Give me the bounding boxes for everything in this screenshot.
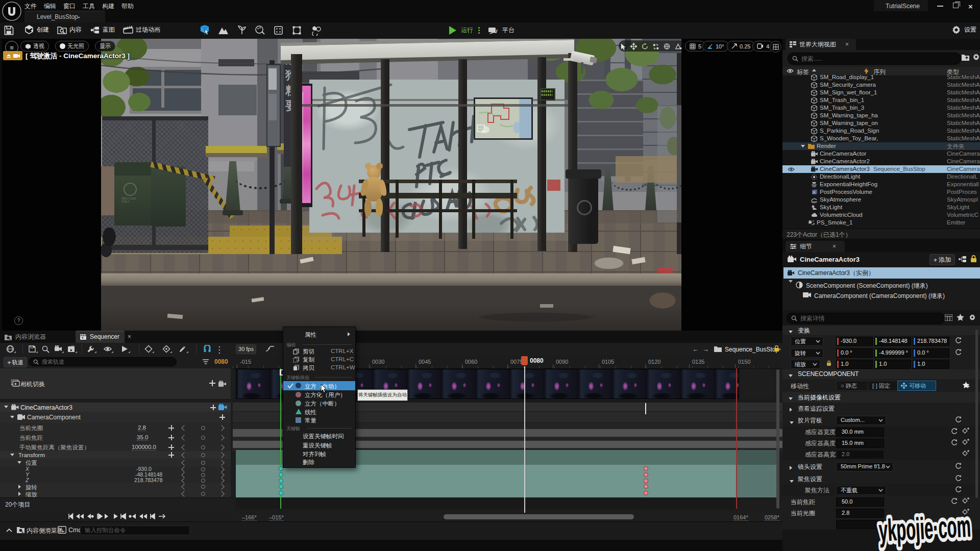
svg-text:ykpojie·com: ykpojie·com [878,509,971,548]
